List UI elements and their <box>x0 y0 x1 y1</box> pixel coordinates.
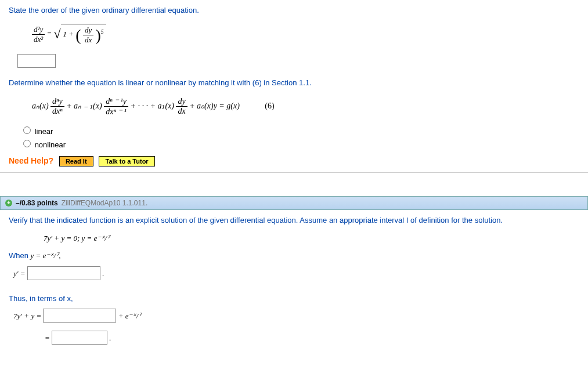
question-1: State the order of the given ordinary di… <box>0 0 588 173</box>
q2-given-eq: 7y′ + y = 0; y = e⁻ˣ/⁷ <box>9 230 579 249</box>
q1-prompt1: State the order of the given ordinary di… <box>9 6 579 15</box>
radio-linear[interactable] <box>23 126 31 134</box>
q2-line3-lhs: = <box>45 334 52 342</box>
q2-line3-input[interactable] <box>52 331 107 345</box>
q2-thus: Thus, in terms of x, <box>9 294 579 303</box>
label-nonlinear: nonlinear <box>35 140 66 149</box>
q1-prompt2: Determine whether the equation is linear… <box>9 78 579 87</box>
talk-tutor-button[interactable]: Talk to a Tutor <box>99 156 154 166</box>
read-it-button[interactable]: Read It <box>59 156 93 166</box>
q1-order-input[interactable] <box>17 54 56 68</box>
question-header: + –/0.83 points ZillDiffEQModAp10 1.1.01… <box>0 196 588 210</box>
q2-yprime-input[interactable] <box>27 266 100 280</box>
radio-nonlinear[interactable] <box>23 140 31 147</box>
q2-prompt: Verify that the indicated function is an… <box>9 216 579 224</box>
q1-equation1: d²y dx² = √ 1 + ( dy dx )5 <box>9 20 579 50</box>
question-2: Verify that the indicated function is an… <box>0 210 588 350</box>
label-linear: linear <box>35 127 53 136</box>
sqrt-icon: √ <box>53 27 60 42</box>
points-label: –/0.83 points <box>16 199 58 207</box>
need-help-row: Need Help? Read It Talk to a Tutor <box>9 156 579 166</box>
q1-equation2: aₙ(x) dⁿy dxⁿ + aₙ ₋ ₁(x) dⁿ ⁻ ¹y dxⁿ ⁻ … <box>9 93 579 122</box>
reference-label: ZillDiffEQModAp10 1.1.011. <box>62 199 148 207</box>
q2-when-line: When y = e⁻ˣ/⁷, <box>9 251 579 260</box>
expand-icon[interactable]: + <box>5 200 12 207</box>
q2-line2-input[interactable] <box>43 309 116 323</box>
y-prime-label: y′ = <box>13 269 27 278</box>
q2-line2-lhs: 7y′ + y = <box>13 312 43 320</box>
